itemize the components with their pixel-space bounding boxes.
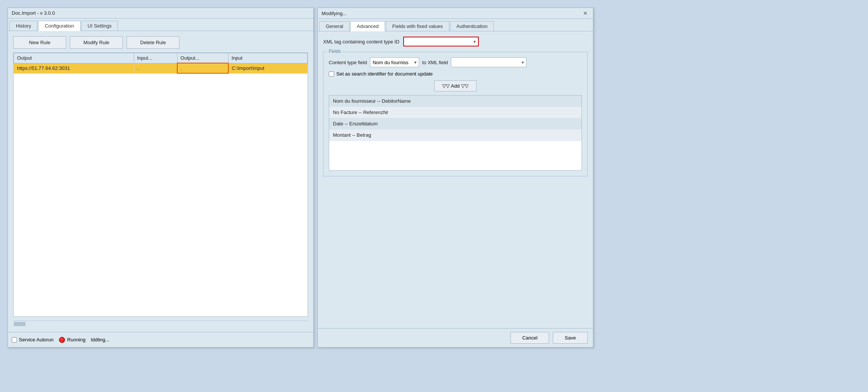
modify-rule-button[interactable]: Modify Rule <box>70 36 123 49</box>
status-bar: Service Autorun Running Iddling... <box>8 332 313 347</box>
right-window: Modifying... ✕ General Advanced Fields w… <box>317 8 593 347</box>
xml-tag-row: XML tag containing content type ID ▼ <box>323 37 588 46</box>
new-rule-button[interactable]: New Rule <box>13 36 66 49</box>
tab-ui-settings[interactable]: UI Settings <box>81 21 118 31</box>
xml-tag-dropdown[interactable]: ▼ <box>403 37 479 46</box>
search-identifier-row: Set as search identifier for document up… <box>329 71 582 77</box>
scrollbar[interactable] <box>13 321 308 327</box>
tab-fields-fixed-values[interactable]: Fields with fixed values <box>386 21 449 31</box>
right-title: Modifying... <box>322 11 347 16</box>
fields-legend: Fields <box>327 49 342 54</box>
service-autorun-checkbox[interactable] <box>12 337 17 343</box>
col-output: Output <box>14 53 134 63</box>
left-window: Doc.Import - v 3.0.0 History Configurati… <box>8 8 314 347</box>
right-tab-bar: General Advanced Fields with fixed value… <box>318 19 593 31</box>
scrollbar-thumb[interactable] <box>14 322 25 326</box>
fields-list: Nom du fournisseur -- DebitorName No Fac… <box>329 95 582 171</box>
col-input: Input <box>228 53 307 63</box>
right-titlebar: Modifying... ✕ <box>318 8 593 19</box>
rule-buttons: New Rule Modify Rule Delete Rule <box>13 36 308 49</box>
list-item[interactable]: No Facture -- ReferenzNr <box>329 107 582 118</box>
content-type-field-label: Content type field <box>329 60 367 65</box>
tab-configuration[interactable]: Configuration <box>38 21 80 31</box>
tab-general[interactable]: General <box>319 21 350 31</box>
close-button[interactable]: ✕ <box>582 10 589 16</box>
left-content: New Rule Modify Rule Delete Rule Output … <box>8 31 313 332</box>
list-item[interactable]: Date -- Erszelldatum <box>329 118 582 130</box>
chevron-down-icon: ▼ <box>413 60 417 65</box>
content-type-dropdown[interactable]: Nom du fourniss ▼ <box>370 57 419 67</box>
delete-rule-button[interactable]: Delete Rule <box>127 36 179 49</box>
fields-group: Fields Content type field Nom du fournis… <box>323 52 588 176</box>
left-tab-bar: History Configuration UI Settings <box>8 19 313 31</box>
tab-advanced[interactable]: Advanced <box>350 21 385 31</box>
list-item[interactable]: Nom du fournisseur -- DebitorName <box>329 96 582 107</box>
chevron-down-icon: ▼ <box>521 60 525 65</box>
table-row[interactable]: https://51.77.64.62:3031 . . C:\Import\I… <box>14 63 308 73</box>
left-title: Doc.Import - v 3.0.0 <box>12 10 55 16</box>
add-button-row: ▽▽ Add ▽▽ <box>329 80 582 91</box>
cell-input: C:\Import\Input <box>228 63 307 73</box>
tab-authentication[interactable]: Authentication <box>450 21 494 31</box>
cell-input-filter: . <box>134 63 177 73</box>
service-autorun-label: Service Autorun <box>19 337 54 343</box>
to-xml-label: to XML field <box>422 60 448 65</box>
right-content: XML tag containing content type ID ▼ Fie… <box>318 31 593 328</box>
left-titlebar: Doc.Import - v 3.0.0 <box>8 8 313 19</box>
rules-table: Output Input... Output... Input https://… <box>14 53 308 74</box>
col-input-filter: Input... <box>134 53 177 63</box>
content-type-row: Content type field Nom du fourniss ▼ to … <box>329 57 582 67</box>
cancel-button[interactable]: Cancel <box>511 332 549 344</box>
running-label: Running <box>67 337 85 343</box>
cell-output-filter: . <box>177 63 228 73</box>
save-button[interactable]: Save <box>553 332 588 344</box>
running-icon <box>59 337 65 343</box>
running-indicator: Running <box>59 337 85 343</box>
search-identifier-checkbox[interactable] <box>329 71 334 77</box>
right-footer: Cancel Save <box>318 328 593 347</box>
cell-output: https://51.77.64.62:3031 <box>14 63 134 73</box>
to-xml-dropdown[interactable]: ▼ <box>451 57 526 67</box>
search-identifier-label: Set as search identifier for document up… <box>336 71 433 77</box>
content-type-value: Nom du fourniss <box>373 60 408 65</box>
status-text: Iddling... <box>91 337 109 343</box>
col-output-filter: Output... <box>177 53 228 63</box>
add-button[interactable]: ▽▽ Add ▽▽ <box>434 80 477 91</box>
tab-history[interactable]: History <box>9 21 37 31</box>
service-autorun-checkbox-group: Service Autorun <box>12 337 54 343</box>
chevron-down-icon: ▼ <box>473 40 477 44</box>
rules-table-container: Output Input... Output... Input https://… <box>13 52 308 317</box>
xml-tag-label: XML tag containing content type ID <box>323 39 399 45</box>
list-item[interactable]: Montant -- Betrag <box>329 130 582 141</box>
